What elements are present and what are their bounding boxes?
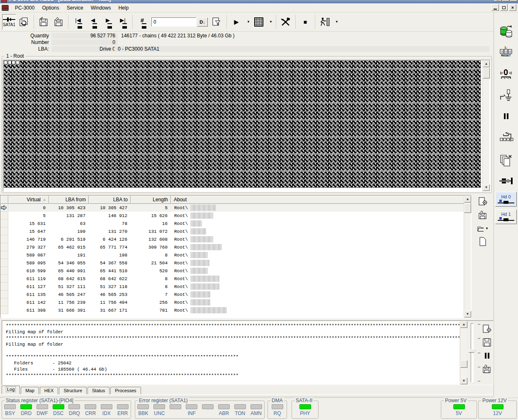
map-cell[interactable]	[24, 73, 27, 77]
map-cell[interactable]	[413, 120, 417, 124]
map-cell[interactable]	[160, 167, 164, 171]
map-cell[interactable]	[236, 65, 240, 68]
map-cell[interactable]	[340, 82, 344, 85]
map-cell[interactable]	[28, 82, 32, 85]
map-cell[interactable]	[176, 69, 180, 73]
map-cell[interactable]	[433, 154, 437, 158]
map-cell[interactable]	[397, 129, 401, 132]
map-cell[interactable]	[429, 129, 433, 132]
map-cell[interactable]	[461, 73, 465, 77]
map-cell[interactable]	[96, 137, 100, 141]
map-cell[interactable]	[4, 103, 7, 107]
map-cell[interactable]	[104, 107, 108, 111]
map-cell[interactable]	[272, 129, 276, 132]
map-cell[interactable]	[445, 150, 449, 154]
map-cell[interactable]	[36, 180, 39, 183]
map-cell[interactable]	[473, 116, 477, 120]
map-scrollbar-thumb[interactable]	[483, 68, 490, 78]
scroll-up-icon[interactable]: ▲	[483, 61, 490, 67]
map-cell[interactable]	[393, 137, 396, 141]
map-cell[interactable]	[405, 133, 409, 137]
map-cell[interactable]	[80, 112, 84, 115]
map-cell[interactable]	[313, 163, 316, 166]
map-cell[interactable]	[68, 112, 72, 115]
map-cell[interactable]	[48, 103, 51, 107]
map-cell[interactable]	[76, 154, 80, 158]
map-cell[interactable]	[192, 112, 196, 115]
map-cell[interactable]	[88, 184, 92, 188]
map-cell[interactable]	[429, 176, 433, 179]
map-cell[interactable]	[88, 78, 92, 81]
map-cell[interactable]	[212, 171, 216, 175]
map-cell[interactable]	[385, 129, 389, 132]
map-cell[interactable]	[168, 82, 172, 85]
map-cell[interactable]	[188, 171, 192, 175]
map-cell[interactable]	[204, 69, 208, 73]
map-cell[interactable]	[461, 99, 465, 103]
map-cell[interactable]	[184, 159, 188, 162]
map-cell[interactable]	[36, 69, 39, 73]
column-header-Length[interactable]: Length	[131, 195, 171, 204]
map-cell[interactable]	[96, 167, 100, 171]
map-cell[interactable]	[72, 142, 75, 145]
map-cell[interactable]	[4, 125, 7, 128]
map-cell[interactable]	[285, 69, 288, 73]
map-cell[interactable]	[216, 142, 220, 145]
map-cell[interactable]	[457, 86, 461, 90]
map-cell[interactable]	[120, 142, 124, 145]
map-cell[interactable]	[128, 171, 132, 175]
map-cell[interactable]	[369, 150, 372, 154]
map-cell[interactable]	[241, 146, 244, 149]
map-cell[interactable]	[188, 116, 192, 120]
map-cell[interactable]	[433, 171, 437, 175]
map-cell[interactable]	[365, 146, 368, 149]
map-cell[interactable]	[220, 82, 224, 85]
map-cell[interactable]	[28, 159, 32, 162]
map-cell[interactable]	[24, 90, 27, 94]
map-cell[interactable]	[457, 73, 461, 77]
map-cell[interactable]	[8, 65, 12, 68]
map-cell[interactable]	[4, 78, 7, 81]
map-cell[interactable]	[337, 142, 340, 145]
map-cell[interactable]	[280, 159, 284, 162]
map-cell[interactable]	[148, 163, 152, 166]
map-cell[interactable]	[40, 95, 44, 98]
map-cell[interactable]	[253, 154, 256, 158]
map-cell[interactable]	[381, 171, 384, 175]
map-cell[interactable]	[108, 171, 112, 175]
map-cell[interactable]	[413, 184, 417, 188]
row-selector-cell[interactable]	[0, 306, 8, 314]
row-selector-cell[interactable]	[0, 298, 8, 306]
map-cell[interactable]	[361, 167, 365, 171]
map-cell[interactable]	[453, 99, 457, 103]
map-cell[interactable]	[176, 103, 180, 107]
map-cell[interactable]	[393, 61, 396, 64]
map-cell[interactable]	[180, 82, 184, 85]
map-cell[interactable]	[32, 129, 36, 132]
map-cell[interactable]	[248, 133, 252, 137]
map-cell[interactable]	[297, 65, 300, 68]
map-cell[interactable]	[40, 163, 44, 166]
map-cell[interactable]	[393, 129, 396, 132]
map-cell[interactable]	[144, 154, 148, 158]
map-cell[interactable]	[477, 129, 481, 132]
map-cell[interactable]	[56, 99, 60, 103]
map-cell[interactable]	[180, 159, 184, 162]
map-cell[interactable]	[321, 171, 324, 175]
map-cell[interactable]	[200, 73, 204, 77]
map-cell[interactable]	[176, 73, 180, 77]
map-cell[interactable]	[132, 171, 136, 175]
map-cell[interactable]	[140, 146, 144, 149]
map-cell[interactable]	[168, 133, 172, 137]
map-cell[interactable]	[232, 99, 236, 103]
map-cell[interactable]	[72, 61, 75, 64]
map-cell[interactable]	[272, 99, 276, 103]
map-cell[interactable]	[76, 69, 80, 73]
map-cell[interactable]	[180, 142, 184, 145]
map-cell[interactable]	[473, 125, 477, 128]
map-cell[interactable]	[477, 154, 481, 158]
map-cell[interactable]	[285, 180, 288, 183]
row-selector-cell[interactable]	[0, 283, 8, 291]
map-cell[interactable]	[180, 95, 184, 98]
map-cell[interactable]	[172, 78, 176, 81]
